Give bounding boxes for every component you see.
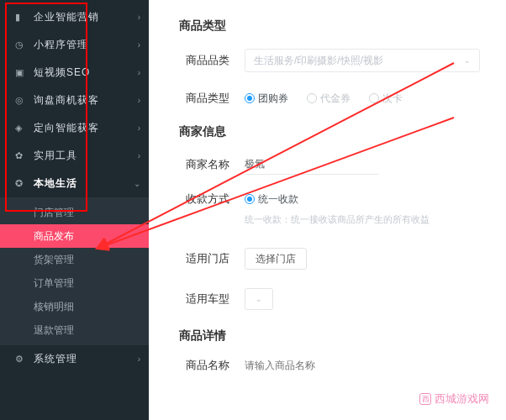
chart-icon: ▮ [15, 12, 27, 23]
tool-icon: ✿ [15, 150, 27, 161]
row-product-category: 商品品类 生活服务/印刷摄影/快照/视影 ⌄ [179, 49, 482, 72]
menu-item-tools[interactable]: ✿ 实用工具 › [0, 142, 149, 170]
menu-item-target[interactable]: ◈ 定向智能获客 › [0, 114, 149, 142]
label-product-category: 商品品类 [179, 53, 229, 68]
watermark-logo-icon: 西 [419, 393, 431, 405]
menu-label: 实用工具 [34, 149, 138, 163]
radio-ring-icon [307, 93, 317, 103]
main-menu: ▮ 企业智能营销 › ◷ 小程序管理 › ▣ 短视频SEO › ◎ 询盘商机获客… [0, 0, 149, 373]
label-product-name: 商品名称 [179, 358, 229, 373]
label-product-type: 商品类型 [179, 91, 229, 106]
chevron-right-icon: › [138, 13, 140, 22]
sub-item-store[interactable]: 门店管理 [0, 201, 149, 224]
radio-label: 统一收款 [258, 192, 298, 207]
label-store: 适用门店 [179, 251, 229, 266]
menu-item-shortvideo[interactable]: ▣ 短视频SEO › [0, 59, 149, 87]
sub-item-verify[interactable]: 核销明细 [0, 295, 149, 318]
chevron-right-icon: › [138, 40, 140, 50]
select-store-button[interactable]: 选择门店 [245, 248, 307, 270]
submenu-locallife: 门店管理 商品发布 货架管理 订单管理 核销明细 退款管理 [0, 197, 149, 345]
radio-group-product-type: 团购券 代金券 次卡 [245, 92, 403, 106]
menu-label: 定向智能获客 [34, 121, 138, 135]
radio-voucher[interactable]: 代金券 [307, 92, 351, 106]
row-store: 适用门店 选择门店 [179, 248, 482, 270]
label-collection: 收款方式 [179, 192, 229, 207]
section-title-product-type: 商品类型 [179, 18, 482, 34]
menu-label: 企业智能营销 [34, 10, 138, 24]
input-merchant-name[interactable] [245, 155, 379, 175]
menu-label: 短视频SEO [34, 66, 138, 80]
gear-icon: ◷ [15, 39, 27, 50]
select-placeholder: 生活服务/印刷摄影/快照/视影 [254, 50, 383, 71]
menu-item-locallife[interactable]: ✪ 本地生活 ⌄ [0, 170, 149, 197]
watermark: 西 西城游戏网 [414, 390, 494, 408]
helper-collection: 统一收款：统一接收该商品所产生的所有收益 [245, 213, 482, 226]
menu-label: 本地生活 [34, 176, 134, 191]
row-merchant-name: 商家名称 [179, 155, 482, 175]
sub-item-order[interactable]: 订单管理 [0, 271, 149, 295]
chevron-right-icon: › [138, 68, 140, 77]
label-car: 适用车型 [179, 291, 229, 307]
chevron-down-icon: ⌄ [134, 179, 140, 188]
radio-ring-icon [369, 93, 379, 103]
radio-unified[interactable]: 统一收款 [245, 192, 298, 207]
radio-label: 团购券 [258, 92, 288, 106]
menu-item-inquiry[interactable]: ◎ 询盘商机获客 › [0, 87, 149, 114]
select-car[interactable]: ⌄ [245, 288, 273, 310]
menu-label: 小程序管理 [34, 38, 138, 52]
menu-item-system[interactable]: ⚙ 系统管理 › [0, 345, 149, 373]
section-title-merchant: 商家信息 [179, 124, 482, 139]
location-icon: ✪ [15, 178, 27, 189]
radio-label: 次卡 [382, 92, 403, 106]
row-product-name: 商品名称 [179, 355, 482, 375]
menu-label: 询盘商机获客 [34, 93, 138, 108]
target-icon: ◈ [15, 123, 27, 134]
row-product-type: 商品类型 团购券 代金券 次卡 [179, 91, 482, 106]
chevron-down-icon: ⌄ [256, 295, 262, 303]
video-icon: ▣ [15, 67, 27, 78]
chevron-right-icon: › [138, 151, 140, 160]
sub-item-product-publish[interactable]: 商品发布 [0, 224, 149, 248]
menu-label: 系统管理 [34, 352, 138, 366]
chevron-right-icon: › [138, 354, 140, 364]
select-product-category[interactable]: 生活服务/印刷摄影/快照/视影 ⌄ [245, 49, 480, 72]
sub-item-shelf[interactable]: 货架管理 [0, 248, 149, 271]
section-title-detail: 商品详情 [179, 328, 482, 344]
system-icon: ⚙ [15, 354, 27, 365]
radio-group-collection: 统一收款 [245, 192, 298, 207]
chevron-down-icon: ⌄ [464, 50, 471, 71]
label-merchant-name: 商家名称 [179, 157, 229, 172]
inquiry-icon: ◎ [15, 95, 27, 106]
row-car: 适用车型 ⌄ [179, 288, 482, 310]
sidebar: ▮ 企业智能营销 › ◷ 小程序管理 › ▣ 短视频SEO › ◎ 询盘商机获客… [0, 0, 149, 420]
radio-card[interactable]: 次卡 [369, 92, 403, 106]
row-collection: 收款方式 统一收款 [179, 192, 482, 207]
radio-groupbuy[interactable]: 团购券 [245, 92, 288, 106]
menu-item-miniprogram[interactable]: ◷ 小程序管理 › [0, 31, 149, 59]
chevron-right-icon: › [138, 96, 140, 105]
radio-ring-icon [245, 194, 255, 204]
main-content: 商品类型 商品品类 生活服务/印刷摄影/快照/视影 ⌄ 商品类型 团购券 代金券 [149, 0, 506, 420]
menu-item-marketing[interactable]: ▮ 企业智能营销 › [0, 3, 149, 31]
input-product-name[interactable] [245, 355, 413, 375]
chevron-right-icon: › [138, 123, 140, 133]
radio-label: 代金券 [320, 92, 351, 106]
radio-ring-icon [245, 93, 255, 103]
sub-item-refund[interactable]: 退款管理 [0, 318, 149, 342]
watermark-text: 西城游戏网 [435, 391, 489, 407]
